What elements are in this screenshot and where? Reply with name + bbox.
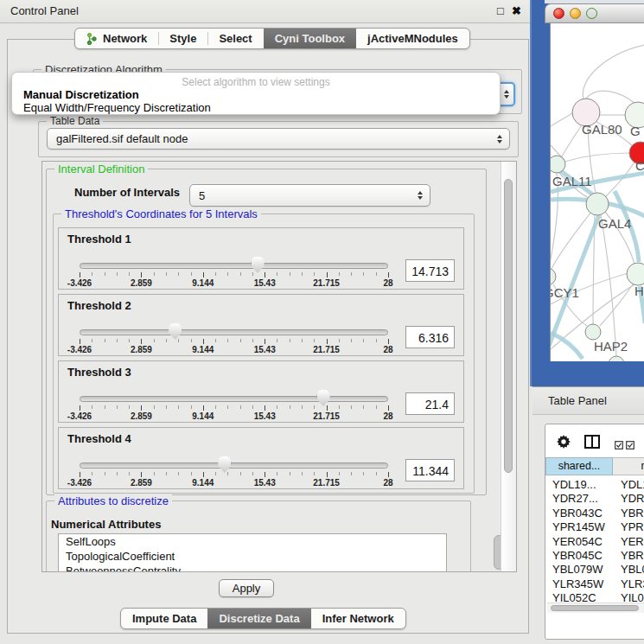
close-window-icon[interactable]: ✖ bbox=[512, 4, 521, 17]
table-scrollbar-thumb[interactable] bbox=[551, 605, 639, 611]
network-view-canvas[interactable]: GAL80GGAL11CGAL4GCY1HHAP2 bbox=[550, 23, 644, 361]
gal4-node[interactable] bbox=[586, 193, 609, 215]
table-data-combobox[interactable]: galFiltered.sif default node bbox=[47, 128, 510, 150]
cell-name: YBR0 bbox=[621, 507, 644, 520]
algorithm-option-equal-width-frequency[interactable]: Equal Width/Frequency Discretization bbox=[23, 101, 211, 114]
tab-label: Infer Network bbox=[322, 612, 394, 625]
table-row[interactable]: YDR27...YDR2 bbox=[547, 492, 644, 506]
node-label-hap2: HAP2 bbox=[594, 339, 628, 354]
network-window-titlebar[interactable] bbox=[545, 3, 644, 23]
network-edge[interactable] bbox=[601, 215, 616, 356]
table-panel-card: shared... na YDL19...YDL1YDR27...YDR2YBR… bbox=[545, 424, 644, 640]
h-node[interactable] bbox=[627, 263, 644, 285]
attribute-item-betweennesscentrality[interactable]: BetweennessCentrality bbox=[59, 564, 446, 572]
bottom-tab-strip: Impute DataDiscretize DataInfer Network bbox=[120, 608, 406, 629]
table-row[interactable]: YBR043CYBR0 bbox=[547, 507, 644, 520]
threshold-label: Threshold 2 bbox=[67, 299, 131, 312]
combobox-arrows-icon bbox=[418, 191, 423, 200]
tab-infer-network[interactable]: Infer Network bbox=[311, 609, 405, 628]
settings-vertical-scrollbar[interactable] bbox=[501, 162, 516, 571]
attribute-item-selfloops[interactable]: SelfLoops bbox=[59, 534, 446, 549]
threshold-2-panel: Threshold 2-3.4262.8599.14415.4321.71528… bbox=[58, 294, 464, 356]
table-row[interactable]: YPR145WYPR1 bbox=[547, 520, 644, 534]
checkbox-icon[interactable] bbox=[615, 437, 623, 453]
cell-name: YPR1 bbox=[621, 520, 644, 533]
number-of-intervals-combobox[interactable]: 5 bbox=[189, 184, 430, 207]
threshold-value-field[interactable]: 21.4 bbox=[405, 392, 455, 415]
threshold-4-panel: Threshold 4-3.4262.8599.14415.4321.71528… bbox=[58, 427, 464, 489]
algorithm-dropdown-popup: Select algorithm to view settings Manual… bbox=[11, 72, 501, 115]
gal11-node[interactable] bbox=[551, 156, 565, 173]
thresholds-group-title: Threshold's Coordinates for 5 Intervals bbox=[61, 207, 261, 220]
table-header-row: shared... na bbox=[545, 457, 644, 475]
cell-name: YLR3 bbox=[621, 577, 644, 590]
table-row[interactable]: YDL19...YDL1 bbox=[547, 478, 644, 492]
tab-label: Discretize Data bbox=[219, 612, 299, 625]
threshold-slider-track[interactable] bbox=[80, 462, 388, 469]
node-label-gal80: GAL80 bbox=[582, 122, 622, 137]
tab-network[interactable]: Network bbox=[75, 29, 158, 48]
cell-name: YDL1 bbox=[621, 478, 644, 491]
threshold-label: Threshold 1 bbox=[67, 233, 131, 245]
split-columns-icon[interactable] bbox=[584, 435, 600, 452]
threshold-value-field[interactable]: 14.713 bbox=[405, 259, 455, 282]
attribute-item-topologicalcoefficient[interactable]: TopologicalCoefficient bbox=[59, 549, 446, 564]
tab-impute-data[interactable]: Impute Data bbox=[121, 609, 207, 628]
threshold-slider-handle[interactable] bbox=[317, 390, 330, 406]
table-row[interactable]: YLR345WYLR3 bbox=[547, 577, 644, 591]
threshold-slider-track[interactable] bbox=[80, 329, 388, 335]
threshold-slider-handle[interactable] bbox=[169, 323, 182, 340]
column-header-shared-name[interactable]: shared... bbox=[545, 457, 613, 475]
tab-discretize-data[interactable]: Discretize Data bbox=[207, 609, 310, 628]
table-data-group-title: Table Data bbox=[47, 115, 103, 128]
node-label-c: C bbox=[635, 158, 644, 173]
table-horizontal-scrollbar[interactable] bbox=[547, 603, 644, 613]
network-edge-thick[interactable] bbox=[551, 333, 583, 359]
network-edge[interactable] bbox=[562, 126, 581, 156]
screen: Control Panel □ ✖ NetworkStyleSelectCyni… bbox=[0, 0, 644, 644]
network-edge[interactable] bbox=[583, 45, 644, 99]
node-label-gcy1: GCY1 bbox=[551, 285, 579, 300]
close-traffic-light-icon[interactable] bbox=[553, 8, 564, 19]
checkbox-icon[interactable] bbox=[626, 437, 634, 453]
algorithm-option-manual-discretization[interactable]: Manual Discretization bbox=[23, 88, 139, 101]
attributes-group-title: Attributes to discretize bbox=[54, 494, 172, 507]
cell-name: YER0 bbox=[621, 535, 644, 548]
apply-button[interactable]: Apply bbox=[219, 579, 274, 597]
slider-scale-labels: -3.4262.8599.14415.4321.71528 bbox=[80, 345, 388, 355]
threshold-1-panel: Threshold 1-3.4262.8599.14415.4321.71528… bbox=[58, 227, 464, 290]
tab-select[interactable]: Select bbox=[207, 29, 263, 48]
cell-shared-name: YBL079W bbox=[552, 563, 615, 576]
threshold-slider-handle[interactable] bbox=[252, 257, 265, 273]
table-row[interactable]: YBL079WYBL0 bbox=[547, 563, 644, 577]
cell-shared-name: YDL19... bbox=[552, 478, 615, 491]
zoom-traffic-light-icon[interactable] bbox=[586, 8, 597, 19]
bottom-node[interactable] bbox=[609, 356, 624, 361]
float-window-icon[interactable]: □ bbox=[497, 4, 504, 17]
threshold-slider-track[interactable] bbox=[80, 396, 388, 402]
algorithm-dropdown-hint: Select algorithm to view settings bbox=[12, 76, 500, 88]
network-edge[interactable] bbox=[564, 153, 630, 162]
slider-tick-marks bbox=[80, 405, 388, 411]
settings-scrollbar-thumb[interactable] bbox=[504, 179, 513, 473]
gear-icon[interactable] bbox=[557, 435, 571, 452]
threshold-slider-track[interactable] bbox=[80, 263, 388, 269]
table-row[interactable]: YER054CYER0 bbox=[547, 535, 644, 549]
numerical-attributes-heading: Numerical Attributes bbox=[51, 518, 161, 531]
control-panel-title: Control Panel bbox=[10, 4, 79, 17]
tab-label: Style bbox=[169, 32, 196, 45]
threshold-value-field[interactable]: 11.344 bbox=[405, 459, 455, 481]
table-row[interactable]: YBR045CYBR0 bbox=[547, 549, 644, 563]
minimize-traffic-light-icon[interactable] bbox=[570, 8, 581, 19]
tab-jactivemnodules[interactable]: jActiveMNodules bbox=[356, 29, 469, 48]
column-header-name[interactable]: na bbox=[613, 457, 644, 475]
network-edge[interactable] bbox=[552, 212, 591, 269]
hap2-node[interactable] bbox=[585, 324, 601, 340]
tab-cyni-toolbox[interactable]: Cyni Toolbox bbox=[264, 29, 356, 48]
numerical-attributes-list[interactable]: SelfLoopsTopologicalCoefficientBetweenne… bbox=[58, 533, 447, 572]
tab-label: Select bbox=[219, 32, 252, 45]
threshold-value-field[interactable]: 6.316 bbox=[405, 326, 455, 348]
threshold-slider-handle[interactable] bbox=[218, 456, 231, 473]
gcy1-node[interactable] bbox=[551, 268, 556, 285]
tab-style[interactable]: Style bbox=[158, 29, 207, 48]
